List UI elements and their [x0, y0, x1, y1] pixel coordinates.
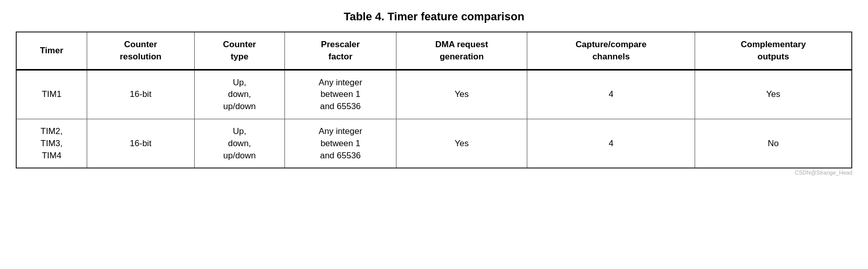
header-capture_compare: Capture/comparechannels [527, 32, 695, 70]
header-prescaler_factor: Prescalerfactor [284, 32, 396, 70]
cell-complementary_outputs: Yes [695, 70, 852, 119]
header-dma_request: DMA requestgeneration [396, 32, 527, 70]
cell-prescaler_factor: Any integerbetween 1and 65536 [284, 119, 396, 168]
header-timer: Timer [16, 32, 87, 70]
cell-timer: TIM1 [16, 70, 87, 119]
cell-complementary_outputs: No [695, 119, 852, 168]
cell-prescaler_factor: Any integerbetween 1and 65536 [284, 70, 396, 119]
table-row: TIM116-bitUp,down,up/downAny integerbetw… [16, 70, 852, 119]
cell-counter_type: Up,down,up/down [195, 70, 285, 119]
cell-dma_request: Yes [396, 119, 527, 168]
table-body: TIM116-bitUp,down,up/downAny integerbetw… [16, 70, 852, 168]
cell-capture_compare: 4 [527, 119, 695, 168]
cell-counter_resolution: 16-bit [87, 70, 195, 119]
table-row: TIM2,TIM3,TIM416-bitUp,down,up/downAny i… [16, 119, 852, 168]
cell-counter_resolution: 16-bit [87, 119, 195, 168]
header-counter_type: Countertype [195, 32, 285, 70]
header-row: TimerCounterresolutionCountertypePrescal… [16, 32, 852, 70]
watermark: CSDN@Strange_Head [16, 170, 852, 176]
header-complementary_outputs: Complementaryoutputs [695, 32, 852, 70]
header-counter_resolution: Counterresolution [87, 32, 195, 70]
cell-timer: TIM2,TIM3,TIM4 [16, 119, 87, 168]
cell-counter_type: Up,down,up/down [195, 119, 285, 168]
table-title: Table 4. Timer feature comparison [16, 10, 852, 23]
page-wrapper: Table 4. Timer feature comparison TimerC… [16, 10, 852, 176]
cell-dma_request: Yes [396, 70, 527, 119]
comparison-table: TimerCounterresolutionCountertypePrescal… [16, 31, 852, 169]
cell-capture_compare: 4 [527, 70, 695, 119]
